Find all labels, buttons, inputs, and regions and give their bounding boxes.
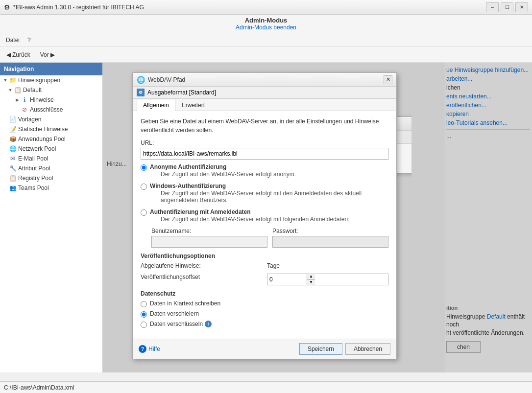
auth-windows-sublabel: Der Zugriff auf den WebDAV-Server erfolg… (161, 190, 362, 204)
webdav-dialog-titlebar: 🌐 WebDAV-Pfad ✕ (133, 73, 396, 87)
back-button[interactable]: ◀ Zurück (2, 49, 35, 60)
help-icon: ? (139, 345, 146, 353)
status-bar: C:\IBI-aws\Admin\Data.xml (0, 381, 532, 393)
footer-buttons: Speichern Abbrechen (299, 343, 390, 355)
auth-anonym-option: Anonyme Authentifizierung Der Zugriff au… (141, 163, 388, 180)
tage-label: Tage (267, 262, 388, 269)
sidebar-item-vorlagen[interactable]: 📄 Vorlagen (0, 115, 102, 124)
datenschutz-info-icon[interactable]: i (205, 321, 212, 327)
sidebar-item-teams-pool[interactable]: 👥 Teams Pool (0, 183, 102, 193)
sidebar-item-registry-pool[interactable]: 📋 Registry Pool (0, 173, 102, 183)
sidebar-label-registry-pool: Registry Pool (18, 175, 53, 182)
auth-anonym-radio[interactable] (141, 164, 147, 171)
registry-pool-icon: 📋 (9, 174, 17, 182)
spinner-down-button[interactable]: ▼ (307, 280, 315, 285)
webdav-dialog-title-text: 🌐 WebDAV-Pfad (137, 76, 185, 84)
admin-banner: Admin-Modus Admin-Modus beenden (0, 15, 532, 33)
sidebar-item-attribut-pool[interactable]: 🔧 Attribut Pool (0, 163, 102, 173)
cancel-button[interactable]: Abbrechen (345, 343, 390, 355)
content-area: ⚙ Ausgabeformat [Standard] ✕ Allgemein E… (103, 63, 532, 372)
url-label: URL: (141, 139, 388, 146)
datenschutz-verschleiern-radio[interactable] (141, 311, 147, 318)
sidebar-label-statische-hinweise: Statische Hinweise (18, 126, 68, 133)
webdav-subheader-label: Ausgabeformat [Standard] (147, 89, 216, 96)
app-icon: ⚙ (4, 3, 10, 11)
abgelaufene-col: Abgelaufene Hinweise: (141, 262, 262, 271)
sidebar-item-hinweise[interactable]: ▶ ℹ Hinweise (0, 95, 102, 105)
auth-windows-radio[interactable] (141, 184, 147, 190)
spinner-up-button[interactable]: ▲ (307, 274, 315, 280)
auth-windows-option: Windows-Authentifizierung Der Zugriff au… (141, 183, 388, 206)
sidebar-label-default: Default (23, 87, 42, 93)
back-label: Zurück (12, 51, 30, 58)
admin-mode-deactivate-link[interactable]: Admin-Modus beenden (236, 24, 296, 31)
webdav-tab-allgemein[interactable]: Allgemein (137, 99, 175, 111)
auth-windows-label: Windows-Authentifizierung (150, 183, 362, 189)
netzwerk-pool-icon: 🌐 (9, 145, 17, 153)
auth-anmeldedaten-radio[interactable] (141, 209, 147, 216)
auth-anonym-sublabel: Der Zugriff auf den WebDAV-Server erfolg… (161, 171, 296, 178)
sidebar-label-netzwerk-pool: Netzwerk Pool (18, 145, 56, 152)
publish-section-header: Veröffentlichungsoptionen (141, 253, 388, 259)
datenschutz-verschlusseln-radio[interactable] (141, 322, 147, 328)
help-link[interactable]: ? Hilfe (139, 345, 160, 353)
auth-radio-group: Anonyme Authentifizierung Der Zugriff au… (141, 163, 388, 248)
back-arrow-icon: ◀ (6, 51, 11, 58)
help-label: Hilfe (148, 346, 160, 352)
datenschutz-verschleiern-label: Daten verschleiern (150, 310, 199, 317)
anwendungs-pool-icon: 📦 (9, 135, 17, 143)
sidebar-label-hinweisgruppen: Hinweisgruppen (18, 77, 60, 84)
close-button[interactable]: ✕ (515, 2, 528, 12)
spinner-buttons: ▲ ▼ (307, 274, 315, 285)
sidebar-label-ausschlusse: Ausschlüsse (30, 106, 63, 113)
abgelaufene-label: Abgelaufene Hinweise: (141, 262, 262, 269)
sidebar-item-netzwerk-pool[interactable]: 🌐 Netzwerk Pool (0, 144, 102, 154)
sidebar-label-email-pool: E-Mail Pool (18, 155, 48, 162)
datenschutz-radio-group: Daten in Klartext schreiben Daten versch… (141, 300, 388, 328)
publish-options-row: Abgelaufene Hinweise: Tage (141, 262, 388, 271)
benutzername-input[interactable] (151, 236, 267, 248)
attribut-pool-icon: 🔧 (9, 164, 17, 172)
navigation-header: Navigation (0, 63, 102, 75)
sidebar-label-teams-pool: Teams Pool (18, 185, 49, 191)
sidebar-label-attribut-pool: Attribut Pool (18, 165, 50, 172)
sidebar-item-ausschlusse[interactable]: ⊘ Ausschlüsse (0, 105, 102, 115)
app-title: *IBI-aws Admin 1.30.0 - registriert für … (13, 4, 144, 11)
sidebar-label-hinweise: Hinweise (30, 96, 54, 103)
sidebar-item-statische-hinweise[interactable]: 📝 Statische Hinweise (0, 124, 102, 134)
sidebar-item-hinweisgruppen[interactable]: ▼ 📁 Hinweisgruppen (0, 75, 102, 85)
status-path: C:\IBI-aws\Admin\Data.xml (4, 384, 74, 391)
save-button[interactable]: Speichern (299, 343, 342, 355)
url-input[interactable] (141, 148, 388, 160)
menu-bar: Datei ? (0, 33, 532, 47)
passwort-input[interactable] (272, 236, 388, 248)
webdav-dialog-title-label: WebDAV-Pfad (148, 76, 185, 83)
sidebar-item-email-pool[interactable]: ✉ E-Mail Pool (0, 154, 102, 163)
passwort-col: Passwort: (272, 228, 388, 248)
webdav-dialog-close-button[interactable]: ✕ (384, 75, 392, 84)
tage-col: Tage (267, 262, 388, 271)
forward-button[interactable]: Vor ▶ (36, 49, 59, 60)
title-bar: ⚙ *IBI-aws Admin 1.30.0 - registriert fü… (0, 0, 532, 15)
sidebar-item-default[interactable]: ▼ 📋 Default (0, 85, 102, 95)
menu-datei[interactable]: Datei (2, 35, 24, 46)
datenschutz-klartext-label: Daten in Klartext schreiben (150, 300, 220, 307)
webdav-tab-erweitert[interactable]: Erweitert (175, 99, 211, 111)
tage-input[interactable] (267, 274, 307, 285)
hinweise-icon: ℹ (21, 96, 28, 104)
menu-help[interactable]: ? (24, 35, 35, 46)
webdav-dialog-body: Geben Sie eine Datei auf einem WebDAV-Se… (133, 111, 396, 339)
admin-mode-title: Admin-Modus (2, 17, 530, 24)
auth-anmeldedaten-option: Authentifizierung mit Anmeldedaten Der Z… (141, 208, 388, 225)
toolbar: ◀ Zurück Vor ▶ (0, 47, 532, 63)
auth-anmeldedaten-sublabel: Der Zugriff auf den WebDAV-Server erfolg… (161, 216, 350, 223)
datenschutz-klartext-radio[interactable] (141, 301, 147, 307)
sidebar-item-anwendungs-pool[interactable]: 📦 Anwendungs Pool (0, 134, 102, 144)
email-pool-icon: ✉ (9, 155, 17, 162)
webdav-subheader-icon: ⚙ (137, 89, 145, 96)
maximize-button[interactable]: ☐ (501, 2, 513, 12)
auth-anmeldedaten-label: Authentifizierung mit Anmeldedaten (150, 208, 350, 215)
minimize-button[interactable]: – (486, 2, 499, 12)
ausschlusse-icon: ⊘ (21, 106, 28, 114)
tage-spinner: ▲ ▼ (267, 274, 388, 285)
